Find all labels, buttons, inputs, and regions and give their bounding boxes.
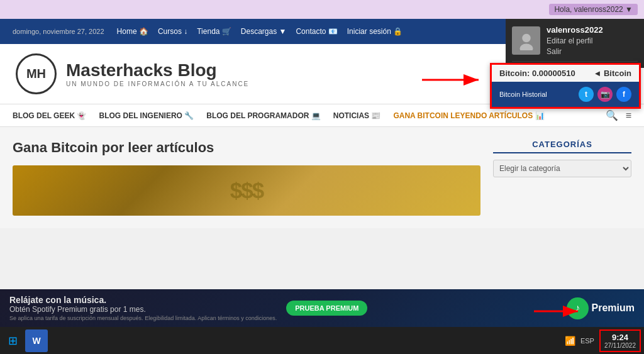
sec-nav-bitcoin[interactable]: GANA BITCOIN LEYENDO ARTÍCULOS 📊 (393, 111, 544, 120)
avatar (512, 26, 540, 55)
nav-contacto[interactable]: Contacto 📧 (296, 27, 337, 36)
nav-tienda[interactable]: Tienda 🛒 (197, 27, 231, 36)
instagram-icon[interactable]: 📷 (597, 87, 613, 102)
clock-date: 27/11/2022 (604, 342, 636, 349)
sec-nav-programador[interactable]: BLOG DEL PROGRAMADOR 💻 (206, 111, 320, 120)
page-title: Gana Bitcoin por leer artículos (13, 140, 480, 156)
ad-button[interactable]: PRUEBA PREMIUM (286, 301, 367, 316)
word-taskbar-button[interactable]: W (25, 329, 48, 352)
bitcoin-historial-link[interactable]: Bitcoin Historial (499, 91, 547, 98)
top-bar: Hola, valenross2022 ▼ (0, 0, 644, 19)
svg-point-0 (522, 33, 531, 42)
bitcoin-popup: Bitcoin: 0.00000510 ◄ Bitcoin Bitcoin Hi… (490, 63, 641, 109)
main-content: Gana Bitcoin por leer artículos $$$ CATE… (0, 127, 644, 228)
nav-cursos[interactable]: Cursos ↓ (158, 27, 187, 36)
bitcoin-social: t 📷 f (579, 87, 631, 102)
nav-date: domingo, noviembre 27, 2022 (13, 28, 104, 35)
svg-point-1 (519, 43, 533, 50)
blog-tagline: UN MUNDO DE INFORMACIÓN A TU ALCANCE (66, 80, 249, 87)
taskbar-right: 📶 ESP 9:24 27/11/2022 (565, 329, 641, 352)
search-icon[interactable]: 🔍 (606, 109, 618, 121)
user-greeting[interactable]: Hola, valenross2022 ▼ (549, 4, 638, 15)
facebook-icon[interactable]: f (616, 87, 631, 102)
ad-fine-print: Se aplica una tarifa de suscripción mens… (9, 315, 277, 321)
blog-name: Masterhacks Blog (66, 60, 249, 80)
nav-descargas[interactable]: Descargas ▼ (241, 27, 287, 36)
bitcoin-bottom: Bitcoin Historial t 📷 f (492, 82, 639, 107)
windows-logo-icon: ⊞ (8, 334, 18, 348)
sec-nav-geek[interactable]: BLOG DEL GEEK 👻 (13, 111, 86, 120)
avatar-icon (517, 31, 536, 50)
clock-box: 9:24 27/11/2022 (599, 329, 641, 352)
nav-home[interactable]: Home 🏠 (117, 27, 148, 36)
content-right: CATEGORÍAS Elegir la categoría (493, 140, 631, 216)
category-select[interactable]: Elegir la categoría (493, 160, 631, 177)
nav-links: Home 🏠 Cursos ↓ Tienda 🛒 Descargas ▼ Con… (117, 27, 403, 36)
blog-title-area: Masterhacks Blog UN MUNDO DE INFORMACIÓN… (66, 60, 249, 87)
user-info: valenross2022 Editar el perfil Salir (547, 25, 603, 56)
menu-icon[interactable]: ≡ (626, 110, 631, 121)
content-left: Gana Bitcoin por leer artículos $$$ (13, 140, 480, 216)
bitcoin-balance: Bitcoin: 0.00000510 (499, 69, 575, 78)
user-dropdown: valenross2022 Editar el perfil Salir (506, 19, 644, 68)
logout-link[interactable]: Salir (547, 47, 603, 56)
username-label: valenross2022 (547, 25, 603, 35)
sec-nav-icons: 🔍 ≡ (606, 109, 631, 121)
categories-title: CATEGORÍAS (493, 140, 631, 153)
sec-nav-ingeniero[interactable]: BLOG DEL INGENIERO 🔧 (99, 111, 194, 120)
sec-nav-noticias[interactable]: NOTICIAS 📰 (333, 111, 381, 120)
twitter-icon[interactable]: t (579, 87, 594, 102)
wifi-icon: 📶 (565, 336, 575, 346)
arrow-annotation-right (422, 70, 485, 89)
bitcoin-title: ◄ Bitcoin (593, 69, 631, 78)
start-button[interactable]: ⊞ (3, 331, 22, 350)
article-image: $$$ (13, 165, 480, 216)
edit-profile-link[interactable]: Editar el perfil (547, 36, 603, 45)
user-dropdown-header: valenross2022 Editar el perfil Salir (512, 25, 638, 62)
ad-main-text: Relájate con la música. (9, 295, 277, 305)
nav-login[interactable]: Iniciar sesión 🔒 (347, 27, 402, 36)
arrow-annotation-bottom (534, 302, 584, 321)
taskbar: ⊞ W 📶 ESP 9:24 27/11/2022 (0, 327, 644, 354)
ad-content: Relájate con la música. Obtén Spotify Pr… (9, 295, 277, 321)
ad-sub-text: Obtén Spotify Premium gratis por 1 mes. (9, 305, 277, 314)
clock-time: 9:24 (604, 333, 636, 342)
ad-premium-label: Premium (592, 302, 635, 314)
logo: MH (16, 53, 57, 94)
lang-indicator: ESP (580, 337, 594, 345)
